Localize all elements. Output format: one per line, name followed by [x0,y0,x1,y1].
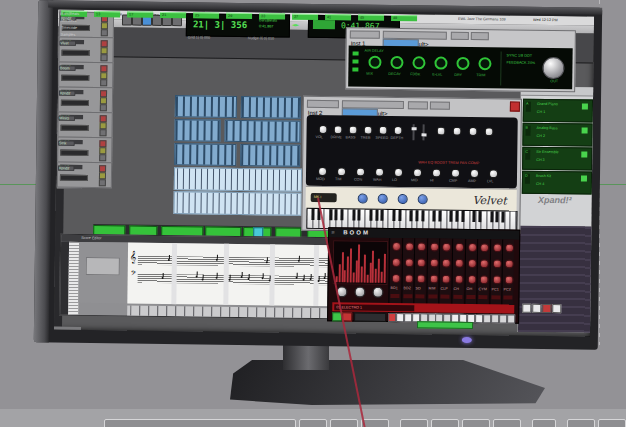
piano-key-black[interactable] [478,211,481,222]
velvet-blue-knob[interactable] [398,194,408,204]
boom-pattern-selector[interactable] [354,312,386,321]
fx-knob[interactable] [456,57,469,70]
velvet-knob[interactable] [485,127,494,136]
fx-track-chip[interactable]: Inst 1 [350,30,380,38]
insert-chip[interactable]: Xpnd2 [59,91,75,96]
velvet-knob[interactable] [432,168,441,177]
piano-key-black[interactable] [335,209,338,220]
velvet-knob[interactable] [319,125,328,134]
insert-chip[interactable]: MiniG [59,116,75,121]
boom-channel-knob[interactable] [492,275,501,284]
boom-channel-knob[interactable] [467,259,476,268]
boom-channel-knob[interactable] [405,242,414,251]
os-toolbar-button[interactable] [567,419,595,427]
piano-key-black[interactable] [409,210,412,221]
fx-knob[interactable] [434,57,447,70]
boom-channel-display[interactable] [504,295,513,299]
piano-key-black[interactable] [340,209,343,220]
piano-key-black[interactable] [352,209,355,220]
boom-channel-knob[interactable] [480,243,489,252]
os-toolbar-button[interactable] [493,419,521,427]
piano-key-black[interactable] [415,210,418,221]
pad[interactable] [532,304,541,313]
bar-marker[interactable]: 25 [193,12,219,18]
pad[interactable] [522,304,531,313]
mute-button[interactable] [99,129,106,136]
mute-button[interactable] [100,104,107,111]
velvet-blue-knob[interactable] [418,194,428,204]
os-toolbar-button[interactable] [299,419,327,427]
notation-clip[interactable] [174,167,302,192]
bar-marker[interactable]: 45 [358,15,384,21]
step-pad[interactable] [396,313,404,322]
boom-channel-knob[interactable] [429,274,438,283]
boom-channel-display[interactable] [403,294,412,298]
boom-channel-knob[interactable] [455,259,464,268]
fx-knob[interactable] [478,57,491,70]
boom-channel-display[interactable] [479,295,488,299]
boom-channel-knob[interactable] [467,275,476,284]
xpand-slot-led[interactable] [581,151,587,157]
boom-channel-knob[interactable] [392,274,401,283]
velvet-knob[interactable] [334,125,343,134]
velvet-auto-chip[interactable] [408,101,428,109]
velvet-knob[interactable] [470,169,479,178]
piano-key-black[interactable] [455,211,458,222]
os-toolbar-button[interactable] [598,419,626,427]
bar-marker[interactable]: 33 [259,13,285,19]
boom-channel-knob[interactable] [480,259,489,268]
velvet-knob[interactable] [469,127,478,136]
fx-auto-chip[interactable] [451,32,469,40]
pad[interactable] [552,304,561,313]
fx-led[interactable] [353,51,359,55]
xpand-plugin-window[interactable]: Xpand!² AGrand PianoCH 1BAnalog BassCH 2… [517,87,594,333]
velvet-knob[interactable] [364,126,373,135]
velvet-knob[interactable] [337,167,346,176]
velvet-track-chip[interactable]: Inst 2 [307,100,339,108]
piano-key-black[interactable] [369,210,372,221]
velvet-knob[interactable] [318,167,327,176]
mute-button[interactable] [100,54,107,61]
boom-channel-display[interactable] [441,295,450,299]
velvet-target-button[interactable] [510,102,520,112]
bar-marker[interactable]: 41 [325,14,351,20]
boom-channel-display[interactable] [466,295,475,299]
boom-channel-knob[interactable] [392,258,401,267]
mute-button[interactable] [100,79,107,86]
xpand-slot[interactable]: AGrand PianoCH 1 [523,99,593,123]
velvet-knob[interactable] [394,126,403,135]
boom-channel-knob[interactable] [430,242,439,251]
velvet-slider[interactable] [422,124,424,140]
piano-key-black[interactable] [501,211,504,222]
mute-button[interactable] [101,29,108,36]
insert-chip[interactable]: Boom [59,66,75,71]
bar-marker[interactable]: 17 [127,11,153,17]
velvet-knob[interactable] [356,167,365,176]
midi-clip[interactable] [241,96,301,119]
nudge-value[interactable]: Nudge 0| 0| 010 [248,36,274,40]
boom-channel-knob[interactable] [493,259,502,268]
boom-channel-knob[interactable] [430,258,439,267]
bar-marker[interactable]: 29 [226,13,252,19]
ruler-menu-item[interactable]: Bars|Beats [61,12,79,16]
power-led[interactable] [462,337,472,343]
piano-key-black[interactable] [398,210,401,221]
fx-led[interactable] [352,59,358,63]
boom-preset-display[interactable]: 01 ELECTRO 1 [334,304,414,311]
notation-clip[interactable] [173,191,301,216]
insert-chip[interactable]: Strik [58,141,74,146]
fx-knob[interactable] [390,56,403,69]
boom-channel-display[interactable] [428,294,437,298]
counter-arrows[interactable]: ◄► [292,21,299,28]
bar-marker[interactable]: 13 [94,11,120,17]
boom-channel-knob[interactable] [442,275,451,284]
piano-key-black[interactable] [312,209,315,220]
step-pad[interactable] [491,314,499,323]
midi-clip[interactable] [175,95,237,118]
midi-clip[interactable] [240,144,300,167]
step-pad[interactable] [507,314,515,323]
boom-channel-knob[interactable] [404,274,413,283]
step-pad[interactable] [388,313,396,322]
boom-channel-knob[interactable] [417,258,426,267]
fx-output-knob[interactable] [542,57,564,79]
